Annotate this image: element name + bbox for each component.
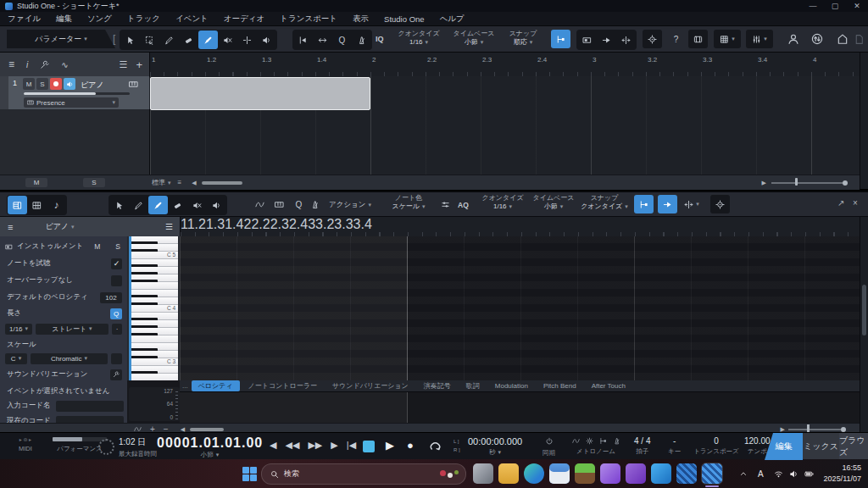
curve-button[interactable]	[250, 195, 270, 214]
tab-ベロシティ[interactable]: ベロシティ	[192, 380, 240, 391]
length-quantize-button[interactable]: Q	[110, 308, 122, 319]
menu-編集[interactable]: 編集	[48, 14, 80, 25]
menu-表示[interactable]: 表示	[345, 14, 376, 25]
v-scrollbar-thumb[interactable]	[862, 285, 866, 336]
clock[interactable]: 16:55 2025/11/07	[824, 463, 861, 484]
footer-mute-button[interactable]: M	[25, 178, 47, 187]
inspector-icon[interactable]: i	[26, 60, 28, 69]
timebase-dropdown[interactable]: タイムベース 小節▾	[449, 30, 498, 47]
taskbar-app-studio-one-active[interactable]	[702, 463, 722, 484]
tab-After Touch[interactable]: After Touch	[585, 381, 632, 391]
note-color-dropdown[interactable]: ノート色 スケール▾	[386, 194, 431, 211]
maximize-button[interactable]: ▢	[824, 2, 846, 10]
rewind-button[interactable]: ◀◀	[285, 440, 299, 451]
ime-indicator[interactable]: A	[758, 469, 764, 479]
aq-button[interactable]: AQ	[458, 201, 469, 209]
editor-h-scrollbar-thumb[interactable]	[190, 428, 224, 431]
stop-button[interactable]	[363, 441, 375, 452]
taskbar-app-edge[interactable]	[524, 463, 544, 484]
taskbar-app-file-explorer[interactable]	[498, 463, 519, 484]
prev-bar-button[interactable]: ◀	[270, 440, 276, 451]
editor-macro-button[interactable]	[305, 195, 325, 214]
tab-Pitch Bend[interactable]: Pitch Bend	[537, 381, 583, 391]
scale-root-select[interactable]: C▾	[5, 353, 27, 364]
editor-snap-toggle[interactable]	[634, 195, 654, 214]
footer-menu-icon[interactable]: ≡	[178, 179, 182, 186]
tab-overflow-button[interactable]: ...	[182, 382, 188, 390]
expand-editor-button[interactable]: ↗	[837, 198, 844, 208]
white-key[interactable]: C 4	[131, 305, 178, 313]
no-overlap-checkbox[interactable]	[111, 275, 122, 286]
zoom-handle[interactable]	[795, 178, 798, 186]
zoom-q-button[interactable]: Q	[332, 30, 352, 49]
eraser-tool[interactable]	[179, 30, 198, 49]
keyboard-button[interactable]	[270, 195, 289, 214]
automation-mode[interactable]: 標準	[152, 178, 165, 187]
track-expand-strip[interactable]	[0, 76, 8, 109]
white-key[interactable]	[131, 282, 178, 290]
mode-mix-button[interactable]: ミックス	[803, 433, 839, 460]
editor-timebase-dropdown[interactable]: タイムベース 小節▾	[530, 194, 577, 211]
panel-solo-button[interactable]: S	[115, 242, 120, 251]
paint-tool[interactable]	[198, 30, 218, 49]
editor-pinpoint-button[interactable]	[710, 195, 730, 214]
menu-ヘルプ[interactable]: ヘルプ	[432, 14, 472, 25]
taskbar-app-task-view[interactable]	[473, 463, 493, 484]
taskbar-app-vscode[interactable]	[651, 463, 671, 484]
arrange-timeline-ruler[interactable]: 11.21.31.422.22.32.433.23.33.44	[149, 53, 860, 77]
pencil-tool[interactable]	[129, 196, 148, 214]
zoom-handle[interactable]	[807, 424, 810, 432]
fast-forward-button[interactable]: ▶▶	[308, 440, 322, 451]
user-account-button[interactable]	[783, 30, 803, 48]
scroll-left-icon[interactable]: ◀	[192, 180, 196, 186]
macro-button[interactable]	[352, 30, 371, 49]
play-from-button[interactable]	[293, 30, 313, 49]
pencil-tool[interactable]	[159, 30, 179, 49]
tab-歌詞[interactable]: 歌詞	[459, 380, 487, 391]
tracklist-empty-area[interactable]	[0, 109, 150, 175]
piano-keyboard[interactable]: C 5C 4C 3	[127, 236, 180, 380]
return-to-start-button[interactable]: |◀	[347, 440, 356, 451]
editor-follow-toggle[interactable]	[658, 195, 677, 214]
key-display[interactable]: - キー	[668, 436, 681, 456]
taskbar-app-minecraft[interactable]	[575, 463, 595, 484]
loop-button[interactable]	[428, 439, 442, 453]
track-menu-icon[interactable]: ≡	[8, 58, 14, 70]
track-record-button[interactable]	[50, 78, 62, 90]
length-mode-select[interactable]: ストレート▾	[36, 324, 108, 335]
editor-v-scrollbar[interactable]	[860, 217, 868, 434]
midi-clip[interactable]	[150, 77, 370, 110]
close-editor-button[interactable]: ×	[853, 198, 858, 208]
update-button[interactable]	[807, 30, 826, 48]
menu-オーディオ[interactable]: オーディオ	[216, 14, 272, 25]
length-dot-button[interactable]: ·	[112, 324, 122, 335]
panel-list-icon[interactable]: ☰	[165, 222, 173, 231]
mode-browse-button[interactable]: ブラウズ	[839, 433, 868, 460]
select-cursor-tool[interactable]	[120, 30, 140, 49]
tab-サウンドバリエーション[interactable]: サウンドバリエーション	[326, 380, 415, 391]
footer-solo-button[interactable]: S	[83, 178, 105, 187]
tempo-display[interactable]: 120.00 テンポ	[744, 436, 771, 456]
drum-view-button[interactable]	[27, 196, 47, 214]
chevron-up-icon[interactable]	[739, 469, 748, 478]
battery-icon[interactable]	[804, 469, 814, 479]
search-box[interactable]: 検索	[261, 463, 466, 485]
menu-イベント[interactable]: イベント	[168, 14, 216, 25]
record-button[interactable]: ●	[407, 439, 414, 452]
panel-menu-icon[interactable]: ≡	[8, 222, 13, 232]
follow-button[interactable]	[597, 30, 616, 49]
range-select-tool[interactable]	[140, 30, 159, 49]
menu-ソング[interactable]: ソング	[80, 14, 120, 25]
scale-type-select[interactable]: Chromatic▾	[31, 353, 108, 364]
taskbar-app-studio-one[interactable]	[676, 463, 697, 484]
panel-mute-button[interactable]: M	[94, 242, 100, 251]
note-grid[interactable]	[180, 236, 860, 380]
menu-トランスポート[interactable]: トランスポート	[272, 14, 345, 25]
listen-tool[interactable]	[257, 30, 276, 49]
white-key[interactable]: C 5	[131, 252, 178, 259]
scroll-right-icon[interactable]: ▶	[762, 180, 766, 186]
wrench-icon[interactable]	[40, 60, 49, 69]
sync-button[interactable]: 同期	[542, 437, 555, 458]
position-display[interactable]: 00001.01.01.00 小節▾	[157, 435, 263, 459]
metronome-cluster[interactable]: メトロノーム	[566, 437, 626, 456]
